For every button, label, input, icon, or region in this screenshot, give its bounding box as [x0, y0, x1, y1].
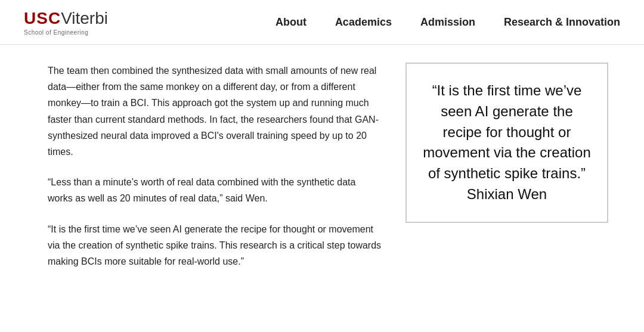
- paragraph-1: The team then combined the synthesized d…: [48, 63, 382, 160]
- pull-quote-box: “It is the first time we’ve seen AI gene…: [405, 63, 608, 223]
- pull-quote-text: “It is the first time we’ve seen AI gene…: [421, 80, 593, 205]
- nav-research[interactable]: Research & Innovation: [504, 16, 620, 29]
- logo-area[interactable]: USC Viterbi School of Engineering: [24, 9, 108, 36]
- logo-subtitle: School of Engineering: [24, 29, 108, 36]
- nav-admission[interactable]: Admission: [420, 16, 475, 29]
- main-content: The team then combined the synthesized d…: [0, 45, 644, 332]
- paragraph-3: “It is the first time we’ve seen AI gene…: [48, 221, 382, 270]
- logo-viterbi: Viterbi: [61, 9, 108, 28]
- article-text: The team then combined the synthesized d…: [48, 63, 382, 320]
- nav-about[interactable]: About: [275, 16, 306, 29]
- nav-academics[interactable]: Academics: [335, 16, 392, 29]
- logo-usc: USC: [24, 9, 61, 28]
- main-nav: About Academics Admission Research & Inn…: [275, 16, 620, 29]
- site-header: USC Viterbi School of Engineering About …: [0, 0, 644, 45]
- logo: USC Viterbi: [24, 9, 108, 28]
- paragraph-2: “Less than a minute’s worth of real data…: [48, 174, 382, 206]
